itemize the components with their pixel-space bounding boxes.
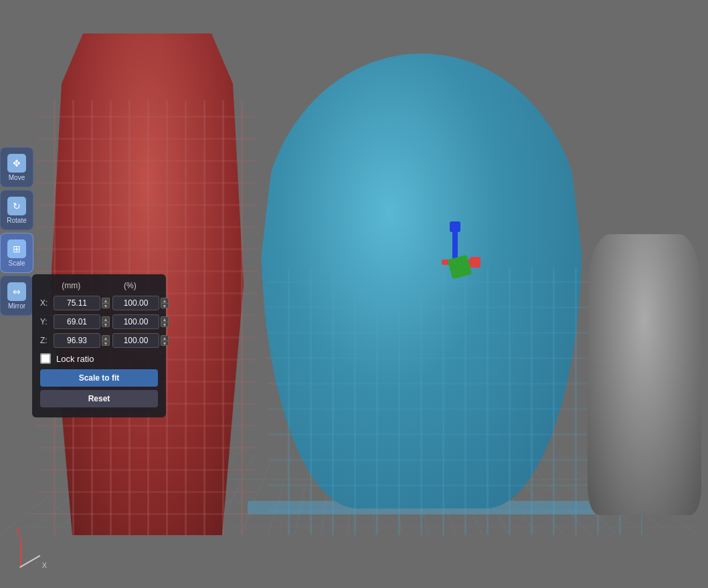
left-toolbar: ✥ Move ↻ Rotate ⊞ Scale ⇔ Mirror xyxy=(0,147,33,316)
axis-x-line xyxy=(19,555,40,568)
mirror-label: Mirror xyxy=(8,302,25,310)
z-axis-label: Z: xyxy=(40,336,51,345)
rotate-icon: ↻ xyxy=(7,197,26,215)
reset-button[interactable]: Reset xyxy=(40,390,158,407)
scale-label: Scale xyxy=(8,260,25,267)
y-mm-input[interactable] xyxy=(54,314,100,329)
scale-icon: ⊞ xyxy=(7,239,26,258)
z-field-row: Z: ▲ ▼ ▲ ▼ xyxy=(40,333,158,348)
figure-gray[interactable] xyxy=(588,234,701,515)
x-field-row: X: ▲ ▼ ▲ ▼ xyxy=(40,296,158,310)
figure-blue[interactable] xyxy=(261,54,582,508)
z-pct-input[interactable] xyxy=(112,333,159,348)
tool-mirror[interactable]: ⇔ Mirror xyxy=(0,276,33,316)
scale-panel: (mm) (%) X: ▲ ▼ ▲ ▼ Y: ▲ ▼ xyxy=(32,274,166,417)
x-pct-arrows: ▲ ▼ xyxy=(161,298,169,308)
z-mm-up[interactable]: ▲ xyxy=(102,335,110,340)
y-pct-arrows: ▲ ▼ xyxy=(161,316,169,327)
x-pct-up[interactable]: ▲ xyxy=(161,298,169,303)
axis-x-label: X xyxy=(42,561,47,569)
y-field-row: Y: ▲ ▼ ▲ ▼ xyxy=(40,314,158,329)
header-mm: (mm) xyxy=(62,281,80,290)
lock-ratio-checkbox[interactable] xyxy=(40,353,51,364)
x-pct-input[interactable] xyxy=(112,296,159,310)
x-mm-down[interactable]: ▼ xyxy=(102,303,110,308)
z-pct-down[interactable]: ▼ xyxy=(161,340,169,346)
y-mm-arrows: ▲ ▼ xyxy=(102,316,110,327)
axis-indicator: Z X xyxy=(13,528,47,568)
z-mm-arrows: ▲ ▼ xyxy=(102,335,110,346)
tool-scale[interactable]: ⊞ Scale xyxy=(0,233,33,273)
z-mm-down[interactable]: ▼ xyxy=(102,340,110,346)
transform-gizmo xyxy=(428,234,482,288)
y-pct-up[interactable]: ▲ xyxy=(161,316,169,322)
x-axis-label: X: xyxy=(40,298,51,308)
move-label: Move xyxy=(9,174,25,181)
scale-to-fit-button[interactable]: Scale to fit xyxy=(40,369,158,387)
rotate-label: Rotate xyxy=(7,217,26,224)
z-pct-arrows: ▲ ▼ xyxy=(161,335,169,346)
x-mm-arrows: ▲ ▼ xyxy=(102,298,110,308)
header-pct: (%) xyxy=(124,281,137,290)
move-icon: ✥ xyxy=(7,154,26,173)
gizmo-z-axis xyxy=(448,255,472,280)
z-mm-input[interactable] xyxy=(54,333,100,348)
axis-z-label: Z xyxy=(16,528,21,536)
y-pct-down[interactable]: ▼ xyxy=(161,322,169,327)
x-pct-down[interactable]: ▼ xyxy=(161,303,169,308)
tool-rotate[interactable]: ↻ Rotate xyxy=(0,190,33,230)
x-mm-up[interactable]: ▲ xyxy=(102,298,110,303)
tool-move[interactable]: ✥ Move xyxy=(0,147,33,187)
panel-header: (mm) (%) xyxy=(40,281,158,290)
lock-ratio-label: Lock ratio xyxy=(56,354,94,364)
y-mm-up[interactable]: ▲ xyxy=(102,316,110,322)
z-pct-up[interactable]: ▲ xyxy=(161,335,169,340)
y-mm-down[interactable]: ▼ xyxy=(102,322,110,327)
axis-z-line xyxy=(20,538,21,568)
y-pct-input[interactable] xyxy=(112,314,159,329)
mirror-icon: ⇔ xyxy=(7,282,26,301)
x-mm-input[interactable] xyxy=(54,296,100,310)
viewport: ✥ Move ↻ Rotate ⊞ Scale ⇔ Mirror (mm) (%… xyxy=(0,0,708,588)
lock-ratio-row: Lock ratio xyxy=(40,353,158,364)
y-axis-label: Y: xyxy=(40,317,51,326)
